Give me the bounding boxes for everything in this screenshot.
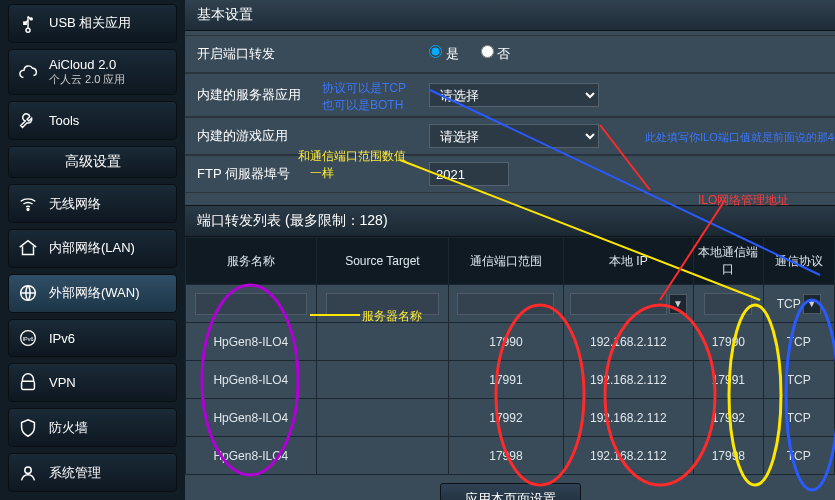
label-game-app: 内建的游戏应用 [185,127,423,145]
table-title-portforward: 端口转发列表 (最多限制：128) [185,205,835,237]
label-server-app: 内建的服务器应用 [185,86,423,104]
user-icon [17,462,39,484]
sidebar-item-label: Tools [49,113,79,128]
sidebar-item-firewall[interactable]: 防火墙 [8,408,177,447]
th-source-target: Source Target [316,238,449,285]
sidebar-item-usb[interactable]: USB 相关应用 [8,4,177,43]
sidebar-section-advanced: 高级设置 [8,146,177,178]
svg-point-8 [25,467,31,473]
sidebar-item-vpn[interactable]: VPN [8,363,177,402]
sidebar-item-sublabel: 个人云 2.0 应用 [49,72,125,87]
table-header-row: 服务名称 Source Target 通信端口范围 本地 IP 本地通信端口 通… [186,238,835,285]
th-local-port: 本地通信端口 [694,238,763,285]
svg-rect-7 [22,381,35,389]
sidebar-item-label: 防火墙 [49,419,88,437]
sidebar-item-label: 系统管理 [49,464,101,482]
cloud-icon [17,61,39,83]
select-game-app[interactable]: 请选择 [429,124,599,148]
proto-dropdown-icon[interactable]: ▼ [803,294,821,314]
input-local-port[interactable] [704,293,752,315]
globe-icon [17,282,39,304]
sidebar-item-lan[interactable]: 内部网络(LAN) [8,229,177,268]
label-enable-portforward: 开启端口转发 [185,45,423,63]
input-local-ip[interactable] [570,293,667,315]
sidebar-item-label: VPN [49,375,76,390]
panel-title-basic: 基本设置 [185,0,835,31]
svg-point-3 [27,208,29,210]
sidebar-item-admin[interactable]: 系统管理 [8,453,177,492]
sidebar-item-label: 无线网络 [49,195,101,213]
ip-dropdown-icon[interactable]: ▼ [669,294,687,314]
sidebar-item-label: 外部网络(WAN) [49,284,140,302]
th-protocol: 通信协议 [763,238,834,285]
input-ftp-port[interactable] [429,162,509,186]
table-input-row: ▼ TCP ▼ [186,285,835,323]
table-row[interactable]: HpGen8-ILO4 17991 192.168.2.112 17991 TC… [186,361,835,399]
sidebar-item-label: IPv6 [49,331,75,346]
input-service-name[interactable] [195,293,307,315]
sidebar-item-label: AiCloud 2.0 [49,57,116,72]
usb-icon [17,12,39,34]
th-service-name: 服务名称 [186,238,317,285]
sidebar-item-ipv6[interactable]: IPv6 IPv6 [8,319,177,358]
vpn-icon [17,372,39,394]
select-server-app[interactable]: 请选择 [429,83,599,107]
th-local-ip: 本地 IP [563,238,694,285]
home-icon [17,237,39,259]
label-ftp-port: FTP 伺服器埠号 [185,165,423,183]
wrench-icon [17,110,39,132]
table-row[interactable]: HpGen8-ILO4 17990 192.168.2.112 17990 TC… [186,323,835,361]
proto-value: TCP [777,297,801,311]
svg-text:IPv6: IPv6 [22,336,33,342]
input-port-range[interactable] [457,293,554,315]
table-row[interactable]: HpGen8-ILO4 17992 192.168.2.112 17992 TC… [186,399,835,437]
input-source-target[interactable] [326,293,440,315]
sidebar-item-tools[interactable]: Tools [8,101,177,140]
wifi-icon [17,193,39,215]
apply-button[interactable]: 应用本页面设置 [440,483,581,500]
shield-icon [17,417,39,439]
sidebar-item-wireless[interactable]: 无线网络 [8,184,177,223]
ipv6-icon: IPv6 [17,327,39,349]
svg-point-1 [30,18,32,20]
table-row[interactable]: HpGen8-ILO4 17998 192.168.2.112 17998 TC… [186,437,835,475]
sidebar-item-wan[interactable]: 外部网络(WAN) [8,274,177,313]
radio-enable-no[interactable]: 否 [481,45,511,63]
th-port-range: 通信端口范围 [449,238,563,285]
svg-rect-2 [24,23,26,25]
sidebar-item-label: 内部网络(LAN) [49,239,135,257]
svg-point-0 [26,29,30,33]
sidebar-item-label: USB 相关应用 [49,14,131,32]
sidebar-item-aicloud[interactable]: AiCloud 2.0 个人云 2.0 应用 [8,49,177,95]
radio-enable-yes[interactable]: 是 [429,45,459,63]
